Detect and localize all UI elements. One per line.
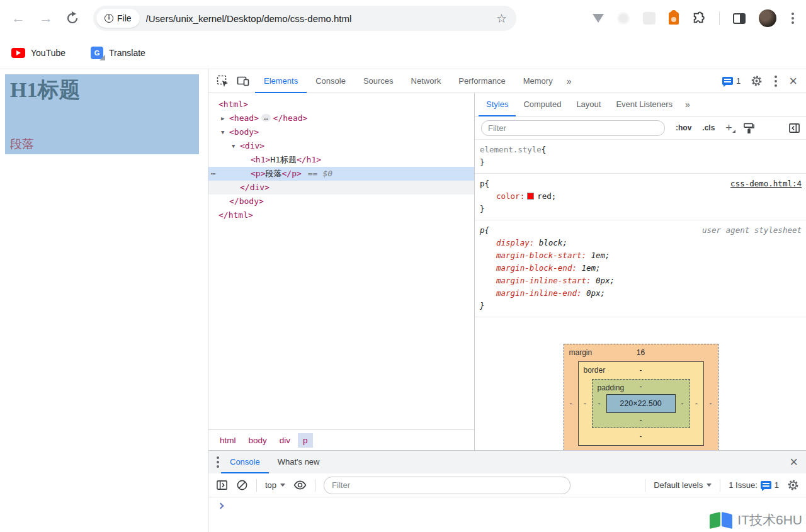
side-panel-icon[interactable] <box>733 13 746 24</box>
tree-node-html[interactable]: <html> <box>208 98 474 111</box>
tab-computed[interactable]: Computed <box>516 93 569 116</box>
property-name[interactable]: margin-block-end: <box>496 263 577 273</box>
console-settings-gear-icon[interactable] <box>787 479 799 491</box>
log-levels-dropdown[interactable]: Default levels <box>654 480 712 490</box>
tree-node-div-close[interactable]: </div> <box>208 181 474 195</box>
border-right-value[interactable]: - <box>690 399 703 408</box>
styles-filter-input[interactable] <box>481 120 665 136</box>
selector[interactable]: p <box>480 224 485 237</box>
selector[interactable]: element.style <box>480 144 542 156</box>
console-filter-input[interactable] <box>324 477 570 494</box>
property-name[interactable]: margin-inline-start: <box>496 276 591 285</box>
crumb-p[interactable]: p <box>298 433 313 448</box>
padding-right-value[interactable]: - <box>676 399 690 408</box>
devtools-menu-icon[interactable] <box>773 75 779 88</box>
tab-performance[interactable]: Performance <box>450 69 514 93</box>
info-icon[interactable]: i <box>105 14 113 23</box>
url-bar[interactable]: i File /Users/unix_kernel/Desktop/demo/c… <box>93 6 516 31</box>
element-classes-toggle[interactable]: .cls <box>702 123 715 132</box>
margin-right-value[interactable]: - <box>704 399 718 408</box>
drawer-close-icon[interactable]: × <box>790 456 798 468</box>
settings-gear-icon[interactable] <box>751 75 763 87</box>
box-model-margin[interactable]: margin 16 - border - - padding - <box>564 344 718 463</box>
device-toolbar-icon[interactable] <box>235 75 251 88</box>
tree-node-h1[interactable]: <h1>H1标题</h1> <box>208 153 474 167</box>
reload-icon[interactable] <box>65 11 79 25</box>
property-name[interactable]: display: <box>496 238 534 247</box>
console-prompt-icon[interactable] <box>218 503 224 509</box>
drawer-tab-whats-new[interactable]: What's new <box>269 451 329 473</box>
border-left-value[interactable]: - <box>579 399 592 408</box>
crumb-div[interactable]: div <box>275 433 295 448</box>
profile-avatar[interactable] <box>759 9 776 27</box>
bookmark-youtube[interactable]: YouTube <box>11 48 65 58</box>
box-model-border[interactable]: border - - padding - - 220×22.500 <box>578 361 704 446</box>
tab-styles[interactable]: Styles <box>479 93 516 116</box>
console-issues-counter[interactable]: 1 Issue: 1 <box>729 480 779 490</box>
console-sidebar-icon[interactable] <box>216 479 228 491</box>
tab-layout[interactable]: Layout <box>569 93 608 116</box>
property-value[interactable]: block; <box>539 238 567 247</box>
browser-menu-icon[interactable] <box>790 12 796 25</box>
rendering-emulation-icon[interactable] <box>743 122 755 134</box>
property-value[interactable]: 0px; <box>596 276 615 285</box>
border-bottom-value[interactable]: - <box>579 428 703 445</box>
rule-element-style[interactable]: element.style { } <box>475 140 806 173</box>
vue-extension-icon[interactable] <box>593 14 604 23</box>
bookmark-translate[interactable]: G Translate <box>91 47 145 59</box>
clear-console-icon[interactable] <box>236 479 248 491</box>
box-model-padding[interactable]: padding - - 220×22.500 - - <box>592 379 690 428</box>
drawer-menu-icon[interactable] <box>215 456 221 468</box>
tree-node-body-close[interactable]: </body> <box>208 195 474 208</box>
tree-node-head[interactable]: ▶<head>…</head> <box>208 111 474 125</box>
tab-memory[interactable]: Memory <box>514 69 562 93</box>
expand-arrow-icon[interactable]: ▶ <box>221 111 229 125</box>
padding-bottom-value[interactable]: - <box>593 413 690 427</box>
property-name[interactable]: margin-inline-end: <box>496 288 581 298</box>
box-model-content[interactable]: 220×22.500 <box>606 394 676 413</box>
disabled-extension-icon[interactable] <box>617 12 630 25</box>
selector[interactable]: p <box>480 178 485 190</box>
collapsed-content-badge[interactable]: … <box>261 114 271 122</box>
inspect-element-icon[interactable] <box>215 75 231 88</box>
tab-elements[interactable]: Elements <box>255 69 307 93</box>
crumb-body[interactable]: body <box>244 433 272 448</box>
property-name[interactable]: margin-block-start: <box>496 251 586 260</box>
padding-left-value[interactable]: - <box>593 399 606 408</box>
back-icon[interactable]: ← <box>9 10 28 26</box>
property-value[interactable]: 1em; <box>591 251 610 260</box>
rule-user-agent-p[interactable]: p {user agent stylesheet display: block;… <box>475 220 806 317</box>
extensions-puzzle-icon[interactable] <box>692 11 706 25</box>
disabled-extension-icon-2[interactable] <box>643 12 656 25</box>
tab-event-listeners[interactable]: Event Listeners <box>608 93 680 116</box>
hydrant-extension-icon[interactable] <box>669 12 679 25</box>
margin-left-value[interactable]: - <box>564 399 578 408</box>
tree-node-p-selected[interactable]: ⋯<p>段落</p>==$0 <box>208 167 474 181</box>
scheme-chip[interactable]: i File <box>96 9 140 28</box>
pseudo-state-toggle[interactable]: :hov <box>676 123 691 132</box>
devtools-close-icon[interactable]: × <box>789 76 797 87</box>
tree-node-body[interactable]: ▼<body> <box>208 125 474 139</box>
drawer-tab-console[interactable]: Console <box>221 451 269 473</box>
new-style-rule-icon[interactable]: + <box>725 123 732 132</box>
more-sidebar-tabs-icon[interactable]: » <box>680 99 695 110</box>
rule-author-p[interactable]: p {css-demo.html:4 color:red; } <box>475 173 806 220</box>
color-swatch[interactable] <box>527 193 534 200</box>
node-options-icon[interactable]: ⋯ <box>211 167 216 181</box>
stylesheet-link[interactable]: css-demo.html:4 <box>730 178 802 190</box>
forward-icon[interactable]: → <box>37 10 55 26</box>
execution-context-dropdown[interactable]: top <box>265 480 285 490</box>
tree-node-div[interactable]: ▼<div> <box>208 139 474 153</box>
issues-counter[interactable]: 1 <box>722 76 741 86</box>
bookmark-star-icon[interactable]: ☆ <box>496 11 507 26</box>
url-text[interactable]: /Users/unix_kernel/Desktop/demo/css-demo… <box>146 13 496 24</box>
tab-network[interactable]: Network <box>402 69 450 93</box>
property-name[interactable]: color: <box>496 191 525 201</box>
more-tabs-icon[interactable]: » <box>562 76 576 86</box>
property-value[interactable]: red; <box>537 191 556 201</box>
collapse-arrow-icon[interactable]: ▼ <box>232 139 240 153</box>
crumb-html[interactable]: html <box>215 433 241 448</box>
tab-console[interactable]: Console <box>307 69 355 93</box>
sidebar-toggle-icon[interactable] <box>788 122 800 134</box>
collapse-arrow-icon[interactable]: ▼ <box>221 125 229 139</box>
